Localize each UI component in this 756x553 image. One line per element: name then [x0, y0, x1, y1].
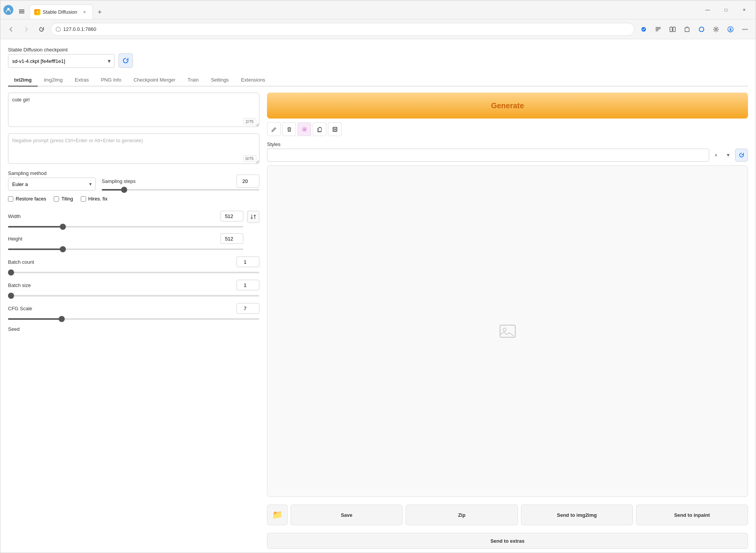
width-slider[interactable]	[8, 226, 243, 228]
negative-prompt-section: 0/75	[8, 133, 259, 165]
styles-input[interactable]	[267, 149, 709, 162]
height-label: Height	[8, 236, 22, 242]
width-input[interactable]	[221, 211, 243, 221]
new-tab-btn[interactable]: +	[94, 7, 105, 18]
svg-text:i: i	[58, 28, 59, 32]
svg-point-10	[715, 28, 717, 30]
generate-btn[interactable]: Generate	[267, 93, 748, 119]
send-inpaint-btn[interactable]: Send to inpaint	[636, 505, 748, 525]
browser-tab-active[interactable]: ✦ Stable Diffusion ×	[29, 5, 93, 19]
svg-point-13	[745, 29, 746, 30]
restore-faces-label: Restore faces	[16, 196, 46, 202]
minimize-btn[interactable]: —	[699, 4, 716, 16]
positive-prompt-input[interactable]: cute girl	[8, 93, 259, 127]
sampling-steps-label: Sampling steps	[102, 178, 136, 184]
options-checkboxes: Restore faces Tiling Hires. fix	[8, 196, 259, 202]
back-btn[interactable]	[5, 23, 17, 35]
favorites-btn[interactable]	[638, 23, 650, 35]
image-preview	[267, 165, 748, 497]
tab-extras[interactable]: Extras	[69, 74, 95, 87]
info-icon: i	[56, 27, 61, 32]
sampling-method-select[interactable]: Euler a	[8, 178, 96, 191]
batch-count-input[interactable]	[237, 256, 259, 267]
negative-token-count: 0/75	[243, 155, 256, 162]
tiling-checkbox[interactable]: Tiling	[54, 196, 73, 202]
tab-checkpoint-merger[interactable]: Checkpoint Merger	[128, 74, 182, 87]
image-placeholder-icon	[499, 322, 517, 340]
maximize-btn[interactable]: □	[718, 4, 734, 16]
sync-btn[interactable]	[695, 23, 708, 35]
seed-label: Seed	[8, 326, 259, 332]
generate-btn-label: Generate	[491, 101, 524, 110]
svg-point-12	[743, 29, 744, 30]
send-extras-btn[interactable]: Send to extras	[267, 533, 748, 549]
hires-fix-label: Hires. fix	[88, 196, 108, 202]
sampling-steps-slider[interactable]	[102, 189, 259, 191]
more-btn[interactable]	[739, 23, 751, 35]
height-input[interactable]	[221, 233, 243, 244]
tab-png-info[interactable]: PNG Info	[95, 74, 127, 87]
tab-settings[interactable]: Settings	[205, 74, 235, 87]
tiling-input[interactable]	[54, 196, 59, 202]
batch-count-label: Batch count	[8, 259, 34, 265]
cfg-scale-slider[interactable]	[8, 318, 259, 320]
profile-avatar[interactable]	[3, 5, 13, 15]
batch-size-label: Batch size	[8, 282, 31, 288]
restore-faces-input[interactable]	[8, 196, 13, 202]
bookmark-icon-btn[interactable]	[297, 122, 311, 136]
save-icon-btn[interactable]	[328, 122, 342, 136]
close-btn[interactable]: ×	[736, 4, 753, 16]
folder-icon: 📁	[272, 510, 283, 520]
clipboard-icon-btn[interactable]	[313, 122, 326, 136]
height-slider[interactable]	[8, 248, 243, 250]
save-btn[interactable]: Save	[291, 505, 403, 525]
svg-point-14	[746, 29, 748, 30]
cfg-scale-input[interactable]	[237, 303, 259, 314]
svg-rect-2	[19, 11, 24, 12]
bottom-actions: 📁 Save Zip Send to img2img Send to inpai…	[267, 501, 748, 529]
svg-rect-1	[19, 10, 24, 10]
svg-rect-18	[334, 127, 336, 129]
settings-nav-btn[interactable]	[710, 23, 722, 35]
tab-close-btn[interactable]: ×	[81, 9, 88, 16]
svg-rect-3	[19, 13, 24, 13]
refresh-nav-btn[interactable]	[35, 23, 48, 35]
trash-icon-btn[interactable]	[282, 122, 296, 136]
sampling-steps-input[interactable]	[237, 175, 259, 188]
batch-size-slider[interactable]	[8, 295, 259, 297]
forward-btn[interactable]	[20, 23, 32, 35]
checkpoint-select[interactable]: sd-v1-4.ckpt [fe4efff1e1]	[8, 54, 115, 68]
styles-label: Styles	[267, 141, 748, 147]
tab-train[interactable]: Train	[182, 74, 205, 87]
address-bar[interactable]: i 127.0.0.1:7860	[51, 23, 635, 36]
folder-btn[interactable]: 📁	[267, 505, 288, 525]
send-extras-row: Send to extras	[267, 533, 748, 553]
batch-count-slider[interactable]	[8, 272, 259, 273]
styles-clear-btn[interactable]: ×	[711, 150, 721, 160]
split-view-btn[interactable]	[666, 23, 679, 35]
send-img2img-btn[interactable]: Send to img2img	[521, 505, 633, 525]
zip-btn[interactable]: Zip	[406, 505, 518, 525]
styles-dropdown-btn[interactable]: ▼	[723, 150, 734, 160]
restore-faces-checkbox[interactable]: Restore faces	[8, 196, 46, 202]
sidebar-toggle[interactable]	[16, 5, 28, 18]
positive-token-count: 2/75	[243, 118, 256, 125]
negative-prompt-input[interactable]	[8, 133, 259, 164]
hires-fix-checkbox[interactable]: Hires. fix	[81, 196, 108, 202]
reader-btn[interactable]	[652, 23, 664, 35]
hires-fix-input[interactable]	[81, 196, 86, 202]
svg-rect-7	[670, 27, 672, 32]
download-btn[interactable]	[724, 23, 737, 35]
batch-size-input[interactable]	[237, 280, 259, 290]
svg-rect-16	[318, 128, 321, 131]
extensions-nav-btn[interactable]	[681, 23, 693, 35]
edit-icon-btn[interactable]	[267, 122, 281, 136]
tab-txt2img[interactable]: txt2img	[8, 74, 38, 87]
checkpoint-refresh-btn[interactable]	[118, 53, 133, 68]
url-display: 127.0.0.1:7860	[63, 26, 630, 32]
swap-dimensions-btn[interactable]	[247, 211, 259, 223]
svg-rect-15	[302, 127, 307, 131]
tab-extensions[interactable]: Extensions	[235, 74, 272, 87]
tab-img2img[interactable]: img2img	[38, 74, 69, 87]
styles-refresh-btn[interactable]	[735, 149, 748, 162]
